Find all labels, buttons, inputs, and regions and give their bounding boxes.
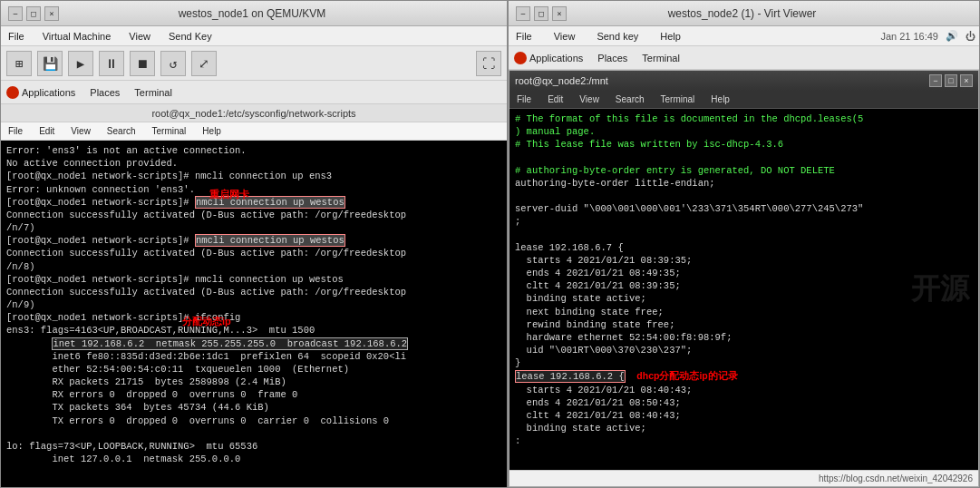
toolbar-btn-7[interactable]: ⤢ (191, 51, 217, 76)
right-statusbar-url: https://blog.csdn.net/weixin_42042926 (819, 473, 973, 483)
toolbar-btn-6[interactable]: ↺ (160, 51, 186, 76)
left-titlebar: − □ × westos_node1 on QEMU/KVM (1, 1, 507, 26)
right-close-btn[interactable]: × (552, 6, 567, 21)
right-outer-view[interactable]: View (550, 29, 579, 44)
toolbar-btn-5[interactable]: ⏹ (130, 51, 155, 76)
left-toolbar: ⊞ 💾 ▶ ⏸ ⏹ ↺ ⤢ ⛶ (1, 46, 507, 81)
right-appbar-applications[interactable]: Applications (514, 52, 583, 64)
left-menu-view[interactable]: View (125, 29, 154, 44)
toolbar-btn-4[interactable]: ⏸ (99, 51, 124, 76)
right-inner-minimize-btn[interactable]: − (929, 74, 942, 87)
left-inner-menubar: File Edit View Search Terminal Help (1, 122, 507, 141)
rterm-19: } (515, 356, 973, 369)
annotation-restart-net: 重启网卡 (209, 188, 249, 201)
right-terminal[interactable]: # The format of this file is documented … (509, 109, 978, 470)
rterm-17: hardware ethernet 52:54:00:f8:98:9f; (515, 331, 973, 344)
term-line-22 (6, 427, 501, 440)
right-inner-file[interactable]: File (513, 93, 535, 106)
term-line-11: Connection successfully activated (D-Bus… (6, 286, 501, 298)
rterm-11: starts 4 2021/01/21 08:39:35; (515, 254, 973, 267)
right-titlebar: − □ × westos_node2 (1) - Virt Viewer (509, 1, 979, 26)
left-appbar-applications[interactable]: Applications (6, 86, 75, 99)
right-outer-file[interactable]: File (512, 29, 536, 44)
term-line-1: No active connection provided. (6, 157, 501, 170)
rterm-1: ) manual page. (515, 125, 973, 138)
term-line-12: /n/9) (6, 298, 501, 311)
rterm-3 (515, 151, 973, 164)
term-line-20: TX packets 364 bytes 45734 (44.6 KiB) (6, 401, 501, 414)
term-line-16: inet6 fe80::835d:d3ed:2b6e:1dc1 prefixle… (6, 350, 501, 363)
term-line-8: Connection successfully activated (D-Bus… (6, 247, 501, 259)
term-line-7: [root@qx_node1 network-scripts]# nmcli c… (6, 234, 501, 247)
annotation-allocate-ip: 分配动态ip (182, 315, 231, 328)
power-icon: ⏻ (965, 31, 975, 42)
right-outer-menubar: File View Send key Help Jan 21 16:49 🔊 ⏻ (509, 26, 979, 46)
right-inner-help[interactable]: Help (707, 93, 733, 106)
rterm-5: authoring-byte-order little-endian; (515, 177, 973, 190)
left-menu-file[interactable]: File (5, 29, 28, 44)
term-line-2: [root@qx_node1 network-scripts]# nmcli c… (6, 170, 501, 182)
right-appbar-icon (514, 52, 527, 64)
toolbar-btn-fullscreen[interactable]: ⛶ (476, 51, 501, 76)
left-appbar-applications-label: Applications (22, 87, 75, 98)
term-line-23: lo: flags=73<UP,LOOPBACK,RUNNING> mtu 65… (6, 440, 501, 453)
right-statusbar: https://blog.csdn.net/weixin_42042926 (509, 470, 978, 486)
left-appbar-icon (6, 86, 19, 99)
left-inner-help[interactable]: Help (199, 124, 225, 138)
right-inner-close-btn[interactable]: × (960, 74, 973, 87)
left-inner-terminal[interactable]: Terminal (149, 124, 190, 138)
left-titlebar-buttons[interactable]: − □ × (8, 6, 59, 21)
rterm-7: server-duid "\000\001\000\001'\233\371\3… (515, 202, 973, 215)
toolbar-btn-1[interactable]: ⊞ (6, 51, 32, 76)
right-inner-search[interactable]: Search (612, 93, 648, 106)
speaker-icon: 🔊 (946, 30, 958, 42)
rterm-6 (515, 190, 973, 202)
term-line-13: [root@qx_node1 network-scripts]# ifconfi… (6, 311, 501, 324)
rterm-22: ends 4 2021/01/21 08:50:43; (515, 396, 973, 409)
left-appbar: Applications Places Terminal (1, 81, 507, 104)
right-appbar-places[interactable]: Places (597, 53, 627, 63)
left-menu-sendkey[interactable]: Send Key (165, 29, 216, 44)
right-minimize-btn[interactable]: − (516, 6, 530, 21)
left-minimize-btn[interactable]: − (8, 6, 23, 21)
right-titlebar-buttons[interactable]: − □ × (516, 6, 567, 21)
right-datetime: Jan 21 16:49 (880, 31, 938, 42)
right-inner-view[interactable]: View (576, 93, 603, 106)
left-maximize-btn[interactable]: □ (26, 6, 41, 21)
right-inner-edit[interactable]: Edit (544, 93, 567, 106)
rterm-0: # The format of this file is documented … (515, 112, 973, 125)
toolbar-btn-2[interactable]: 💾 (37, 51, 63, 76)
left-appbar-terminal[interactable]: Terminal (134, 87, 172, 98)
right-outer-help[interactable]: Help (656, 29, 684, 44)
right-inner-terminal[interactable]: Terminal (657, 93, 699, 106)
left-menu-vm[interactable]: Virtual Machine (39, 29, 115, 44)
left-appbar-places[interactable]: Places (90, 87, 120, 98)
rterm-12: ends 4 2021/01/21 08:49:35; (515, 267, 973, 279)
left-subtitle: root@qx_node1:/etc/sysconfig/network-scr… (1, 104, 507, 122)
rterm-16: rewind binding state free; (515, 318, 973, 331)
left-inner-edit[interactable]: Edit (35, 124, 58, 138)
rterm-18: uid "\001RT\000\370\230\237"; (515, 344, 973, 356)
left-inner-file[interactable]: File (5, 124, 26, 138)
rterm-20: lease 192.168.6.2 { dhcp分配动态ip的记录 (515, 369, 973, 383)
left-terminal[interactable]: Error: 'ens3' is not an active connectio… (1, 141, 507, 487)
right-maximize-btn[interactable]: □ (534, 6, 548, 21)
rterm-13: cltt 4 2021/01/21 08:39:35; (515, 279, 973, 292)
rterm-24: binding state active; (515, 422, 973, 434)
right-outer-sendkey[interactable]: Send key (593, 29, 642, 44)
left-inner-view[interactable]: View (67, 124, 94, 138)
rterm-21: starts 4 2021/01/21 08:40:43; (515, 384, 973, 396)
term-line-19: RX errors 0 dropped 0 overruns 0 frame 0 (6, 388, 501, 401)
rterm-23: cltt 4 2021/01/21 08:40:43; (515, 409, 973, 422)
right-inner-titlebar-btns[interactable]: − □ × (929, 74, 973, 87)
toolbar-btn-3[interactable]: ▶ (68, 51, 93, 76)
term-line-6: /n/7) (6, 221, 501, 234)
term-line-18: RX packets 21715 bytes 2589898 (2.4 MiB) (6, 376, 501, 388)
right-inner-title: root@qx_node2:/mnt (515, 75, 608, 86)
right-inner-maximize-btn[interactable]: □ (945, 74, 957, 87)
left-close-btn[interactable]: × (44, 6, 59, 21)
left-inner-search[interactable]: Search (103, 124, 140, 138)
left-menubar: File Virtual Machine View Send Key (1, 26, 507, 46)
right-appbar-terminal[interactable]: Terminal (642, 53, 680, 63)
right-appbar-places-label: Places (597, 53, 627, 63)
